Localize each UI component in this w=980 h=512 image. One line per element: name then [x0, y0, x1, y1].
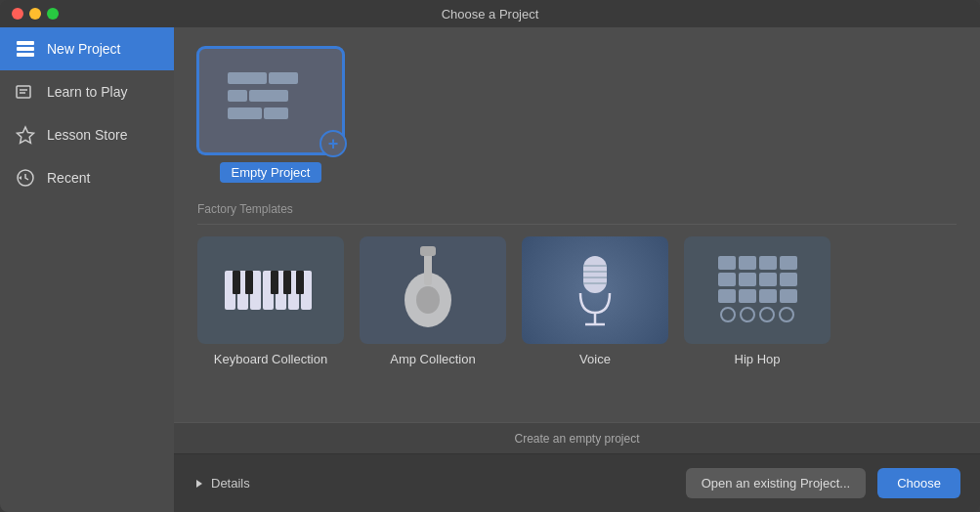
svg-rect-23: [424, 251, 432, 285]
svg-rect-0: [17, 41, 34, 45]
svg-rect-45: [759, 289, 777, 303]
empty-project-label: Empty Project: [220, 162, 322, 183]
svg-rect-24: [420, 246, 436, 256]
details-toggle[interactable]: Details: [193, 476, 250, 491]
open-existing-button[interactable]: Open an existing Project...: [686, 468, 866, 498]
svg-rect-20: [296, 271, 304, 294]
top-section: + Empty Project: [197, 47, 957, 183]
status-bar: Create an empty project: [174, 422, 980, 453]
clock-icon: [14, 166, 37, 190]
factory-templates-header: Factory Templates: [197, 202, 957, 225]
template-hiphop[interactable]: Hip Hop: [684, 236, 831, 366]
svg-rect-44: [739, 289, 756, 303]
svg-rect-17: [245, 271, 253, 294]
template-keyboard[interactable]: Keyboard Collection: [197, 236, 344, 366]
svg-rect-19: [283, 271, 291, 294]
details-label: Details: [211, 476, 250, 491]
template-voice[interactable]: Voice: [522, 236, 668, 366]
svg-marker-51: [196, 480, 202, 488]
svg-rect-41: [759, 273, 777, 286]
voice-svg: [556, 246, 634, 334]
template-amp[interactable]: Amp Collection: [360, 236, 506, 366]
maximize-button[interactable]: [47, 8, 59, 20]
sidebar-item-label: Recent: [47, 170, 90, 186]
svg-rect-28: [583, 256, 607, 293]
amp-label: Amp Collection: [390, 352, 475, 366]
svg-point-48: [741, 308, 754, 321]
svg-rect-39: [718, 273, 736, 286]
learn-icon: [14, 80, 37, 104]
svg-rect-2: [17, 53, 34, 57]
status-text: Create an empty project: [514, 432, 639, 446]
svg-point-50: [780, 308, 793, 321]
svg-rect-3: [17, 86, 30, 98]
amp-thumbnail[interactable]: [360, 236, 506, 344]
svg-point-22: [416, 286, 440, 314]
keyboard-thumbnail[interactable]: [197, 236, 344, 344]
window-title: Choose a Project: [442, 7, 539, 21]
plus-circle: +: [320, 130, 347, 157]
bottom-bar: Details Open an existing Project... Choo…: [174, 453, 980, 512]
empty-project-card[interactable]: + Empty Project: [197, 47, 344, 183]
sidebar-item-new-project[interactable]: New Project: [0, 27, 174, 70]
svg-rect-35: [718, 256, 736, 270]
main-container: New Project Learn to Play Lesson Store: [0, 27, 980, 512]
voice-thumbnail[interactable]: [522, 236, 668, 344]
content: + Empty Project Factory Templates: [174, 27, 980, 422]
svg-rect-40: [739, 273, 756, 286]
svg-rect-18: [271, 271, 278, 294]
hiphop-svg: [703, 246, 811, 334]
sidebar-item-label: Lesson Store: [47, 127, 128, 143]
sidebar-item-recent[interactable]: Recent: [0, 156, 174, 199]
svg-rect-43: [718, 289, 736, 303]
svg-rect-46: [780, 289, 797, 303]
svg-marker-8: [19, 176, 21, 180]
hiphop-thumbnail[interactable]: [684, 236, 831, 344]
svg-point-47: [721, 308, 735, 321]
star-icon: [14, 123, 37, 147]
chevron-right-icon: [193, 478, 205, 490]
svg-rect-37: [759, 256, 777, 270]
keyboard-svg: [217, 256, 324, 324]
empty-project-thumbnail[interactable]: +: [197, 47, 344, 154]
svg-rect-36: [739, 256, 756, 270]
minimize-button[interactable]: [29, 8, 41, 20]
sidebar-item-learn-to-play[interactable]: Learn to Play: [0, 70, 174, 113]
svg-rect-16: [233, 271, 240, 294]
keyboard-label: Keyboard Collection: [214, 352, 327, 366]
amp-svg: [379, 236, 487, 344]
titlebar: Choose a Project: [0, 0, 980, 27]
sidebar-item-label: Learn to Play: [47, 84, 128, 100]
sidebar-item-lesson-store[interactable]: Lesson Store: [0, 113, 174, 156]
svg-point-49: [760, 308, 774, 321]
sidebar-item-label: New Project: [47, 41, 120, 57]
svg-rect-1: [17, 47, 34, 51]
hiphop-label: Hip Hop: [735, 352, 781, 366]
svg-rect-42: [780, 273, 797, 286]
brick-icon: [227, 71, 315, 130]
sidebar: New Project Learn to Play Lesson Store: [0, 27, 174, 512]
new-project-icon: [14, 37, 37, 61]
content-area: + Empty Project Factory Templates: [174, 27, 980, 512]
svg-rect-38: [780, 256, 797, 270]
svg-marker-6: [18, 127, 34, 143]
voice-label: Voice: [579, 352, 611, 366]
choose-button[interactable]: Choose: [877, 468, 960, 498]
templates-grid: Keyboard Collection: [197, 236, 957, 366]
window-controls: [12, 8, 59, 20]
close-button[interactable]: [12, 8, 23, 20]
